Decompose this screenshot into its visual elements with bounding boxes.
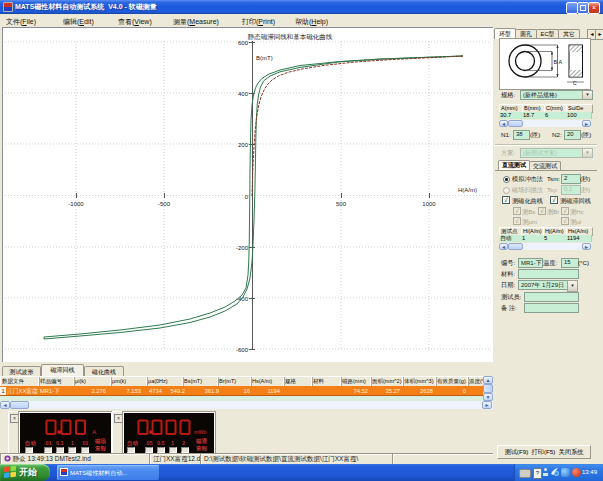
svg-text:1000: 1000 (422, 201, 436, 207)
svg-text:200: 200 (238, 142, 249, 148)
svg-text:600: 600 (238, 40, 249, 46)
svg-text:400: 400 (238, 91, 249, 97)
svg-text:静态磁滞回线和基本磁化曲线: 静态磁滞回线和基本磁化曲线 (248, 33, 333, 41)
svg-text:B: B (554, 59, 558, 65)
svg-text:-1000: -1000 (68, 201, 84, 207)
svg-text:0: 0 (245, 194, 249, 200)
svg-text:-200: -200 (236, 245, 249, 251)
svg-text:-500: -500 (158, 201, 171, 207)
svg-text:C: C (573, 80, 577, 86)
svg-text:500: 500 (336, 201, 347, 207)
svg-text:A: A (92, 429, 97, 435)
svg-text:H(A/m): H(A/m) (458, 187, 477, 193)
svg-text:mWb: mWb (194, 429, 206, 435)
svg-text:B(mT): B(mT) (256, 55, 273, 61)
svg-text:-600: -600 (236, 347, 249, 353)
svg-text:A: A (559, 59, 563, 65)
